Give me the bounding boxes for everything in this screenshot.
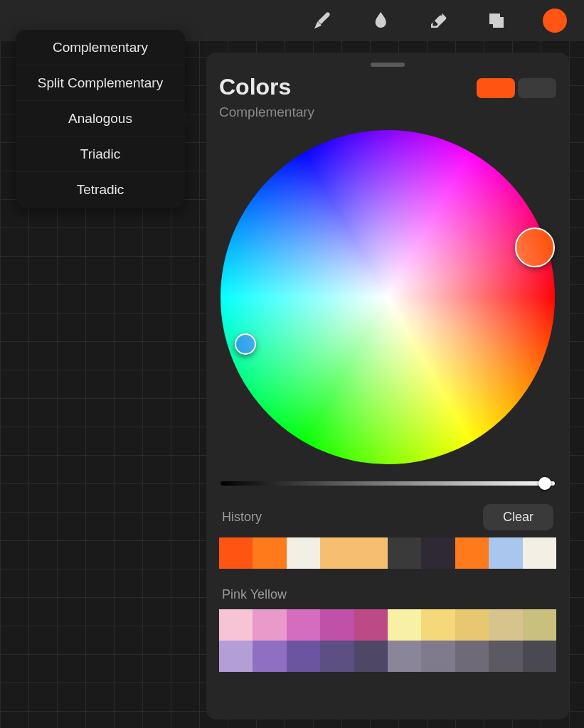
colors-panel: Colors Complementary History Clear Pink … <box>206 53 569 719</box>
brush-icon[interactable] <box>309 9 334 33</box>
history-swatch[interactable] <box>320 537 354 569</box>
panel-subtitle[interactable]: Complementary <box>219 105 314 120</box>
palette-swatch[interactable] <box>455 609 489 641</box>
smudge-icon[interactable] <box>368 9 392 33</box>
clear-history-button[interactable]: Clear <box>483 504 553 530</box>
color-wheel[interactable] <box>221 130 555 464</box>
current-color-dot[interactable] <box>543 9 567 33</box>
history-swatch[interactable] <box>455 537 489 569</box>
harmony-item-complementary[interactable]: Complementary <box>16 30 185 65</box>
history-swatch[interactable] <box>489 537 522 569</box>
palette-swatch[interactable] <box>354 641 388 672</box>
history-swatches <box>219 537 556 569</box>
palette-swatch[interactable] <box>253 609 286 641</box>
palette-swatch[interactable] <box>421 641 455 672</box>
color-pair <box>477 78 556 98</box>
history-swatch[interactable] <box>253 537 286 569</box>
palette-swatch[interactable] <box>489 609 522 641</box>
harmony-item-triadic[interactable]: Triadic <box>16 136 185 172</box>
palette-swatch[interactable] <box>219 641 253 672</box>
palette-swatch[interactable] <box>489 641 522 672</box>
history-swatch[interactable] <box>388 537 421 569</box>
palette-swatch[interactable] <box>320 609 354 641</box>
history-swatch[interactable] <box>421 537 455 569</box>
palette-section: Pink Yellow <box>219 587 556 672</box>
palette-swatch[interactable] <box>354 609 388 641</box>
harmony-item-tetradic[interactable]: Tetradic <box>16 172 185 208</box>
color-wheel-container <box>221 130 555 464</box>
history-label: History <box>222 510 262 525</box>
palette-swatch[interactable] <box>219 609 253 641</box>
palette-grid <box>219 609 556 672</box>
brightness-slider[interactable] <box>221 481 555 486</box>
palette-name: Pink Yellow <box>222 587 287 602</box>
history-swatch[interactable] <box>354 537 388 569</box>
palette-swatch[interactable] <box>455 641 489 672</box>
harmony-menu: ComplementarySplit ComplementaryAnalogou… <box>16 30 185 208</box>
palette-swatch[interactable] <box>320 641 354 672</box>
palette-swatch[interactable] <box>523 609 556 641</box>
wheel-handle-secondary[interactable] <box>235 333 256 355</box>
secondary-swatch[interactable] <box>518 78 556 98</box>
panel-drag-handle[interactable] <box>371 63 405 67</box>
palette-swatch[interactable] <box>253 641 286 672</box>
brightness-thumb[interactable] <box>538 477 551 490</box>
eraser-icon[interactable] <box>426 9 450 33</box>
history-swatch[interactable] <box>219 537 253 569</box>
history-swatch[interactable] <box>523 537 556 569</box>
palette-swatch[interactable] <box>523 641 556 672</box>
harmony-item-split-complementary[interactable]: Split Complementary <box>16 65 185 101</box>
panel-header: Colors Complementary <box>219 74 556 120</box>
primary-swatch[interactable] <box>477 78 515 98</box>
palette-swatch[interactable] <box>388 609 421 641</box>
wheel-handle-primary[interactable] <box>515 228 555 267</box>
palette-swatch[interactable] <box>287 641 320 672</box>
palette-swatch[interactable] <box>421 609 455 641</box>
harmony-item-analogous[interactable]: Analogous <box>16 101 185 136</box>
layers-icon[interactable] <box>484 9 509 33</box>
palette-swatch[interactable] <box>388 641 421 672</box>
panel-title: Colors <box>219 74 314 100</box>
history-swatch[interactable] <box>287 537 320 569</box>
history-section: History Clear <box>219 504 556 569</box>
palette-swatch[interactable] <box>287 609 320 641</box>
